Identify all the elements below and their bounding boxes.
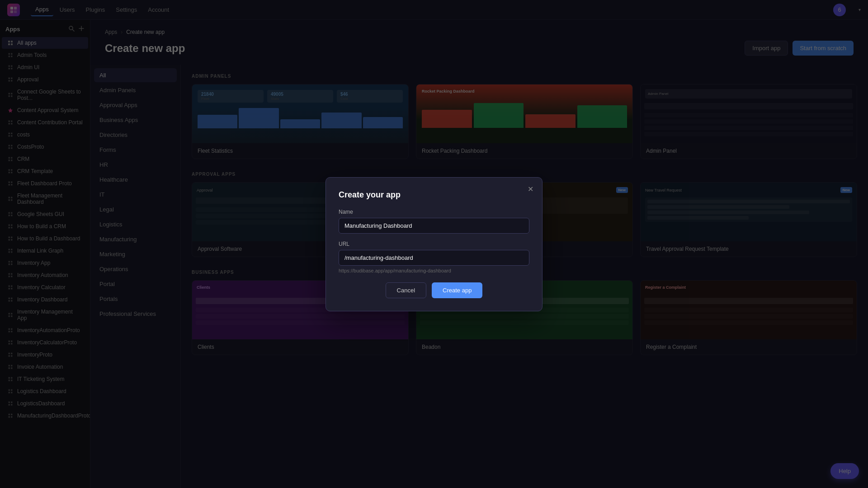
url-input[interactable]: [339, 250, 529, 266]
create-app-button[interactable]: Create app: [432, 282, 482, 298]
url-hint: https://budibase.app/app/manufacturing-d…: [339, 268, 529, 273]
name-form-group: Name: [339, 209, 529, 234]
name-label: Name: [339, 209, 529, 215]
url-form-group: URL https://budibase.app/app/manufacturi…: [339, 241, 529, 273]
dialog-close-button[interactable]: ✕: [525, 184, 536, 195]
dialog-actions: Cancel Create app: [339, 282, 529, 298]
name-input[interactable]: [339, 218, 529, 234]
dialog-overlay[interactable]: ✕ Create your app Name URL https://budib…: [0, 0, 868, 488]
cancel-button[interactable]: Cancel: [386, 282, 426, 298]
create-app-dialog: ✕ Create your app Name URL https://budib…: [326, 177, 542, 311]
dialog-title: Create your app: [339, 190, 529, 200]
url-label: URL: [339, 241, 529, 247]
